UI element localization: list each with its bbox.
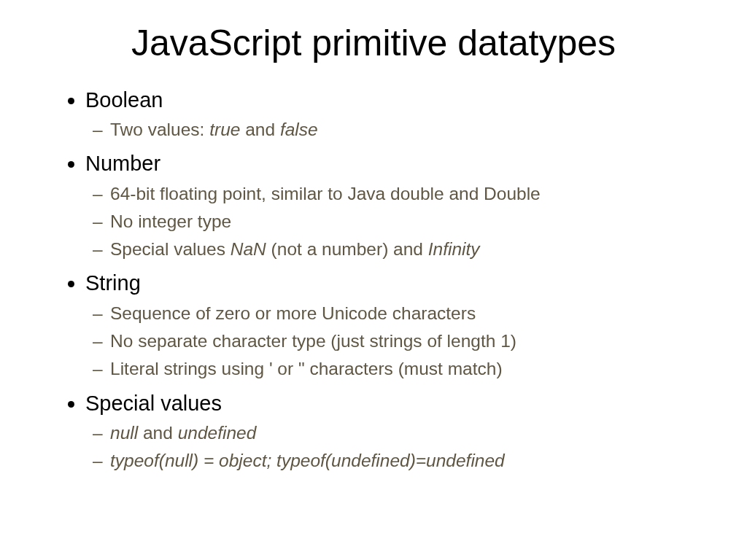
slide-content: JavaScript primitive datatypes Boolean T… xyxy=(0,0,747,510)
sub-item: No separate character type (just strings… xyxy=(110,329,685,354)
sub-item: 64-bit floating point, similar to Java d… xyxy=(110,182,685,206)
sub-item: Special values NaN (not a number) and In… xyxy=(110,237,685,262)
sub-list: 64-bit floating point, similar to Java d… xyxy=(85,182,685,262)
sub-list: Sequence of zero or more Unicode charact… xyxy=(85,301,685,382)
sub-list: Two values: true and false xyxy=(85,117,685,142)
list-item: Special values null and undefined typeof… xyxy=(85,389,685,474)
sub-item: Two values: true and false xyxy=(110,117,685,142)
sub-list: null and undefined typeof(null) = object… xyxy=(85,421,685,474)
sub-item: Sequence of zero or more Unicode charact… xyxy=(110,301,685,326)
item-label: Number xyxy=(85,152,160,175)
list-item: String Sequence of zero or more Unicode … xyxy=(85,269,685,381)
slide-title: JavaScript primitive datatypes xyxy=(62,22,685,64)
sub-item: No integer type xyxy=(110,209,685,234)
sub-item: null and undefined xyxy=(110,421,685,446)
bullet-list: Boolean Two values: true and false Numbe… xyxy=(62,86,685,473)
item-label: Special values xyxy=(85,392,222,415)
sub-item: Literal strings using ' or " characters … xyxy=(110,357,685,381)
item-label: String xyxy=(85,271,141,295)
list-item: Boolean Two values: true and false xyxy=(85,86,685,142)
item-label: Boolean xyxy=(85,88,163,112)
sub-item: typeof(null) = object; typeof(undefined)… xyxy=(110,448,685,473)
list-item: Number 64-bit floating point, similar to… xyxy=(85,149,685,262)
